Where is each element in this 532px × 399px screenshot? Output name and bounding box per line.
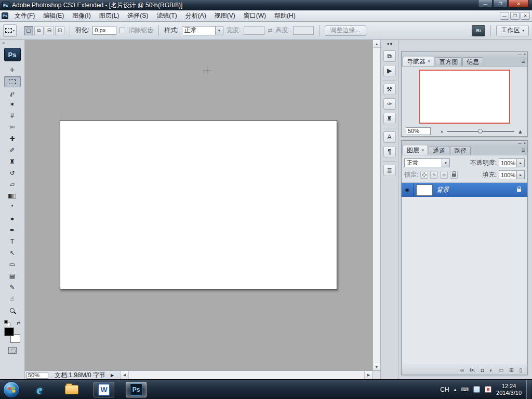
feather-input[interactable]: 0 px	[92, 26, 116, 35]
character-panel-icon[interactable]: A	[383, 131, 396, 143]
slider-thumb[interactable]	[478, 129, 483, 134]
tab-paths[interactable]: 路径	[450, 146, 471, 155]
taskbar-windows-explorer[interactable]	[61, 382, 82, 397]
layer-group-icon[interactable]: ▭	[499, 367, 503, 373]
height-input[interactable]	[293, 26, 314, 35]
document-icon[interactable]: Ps	[2, 12, 8, 19]
navigator-zoom-slider[interactable]	[447, 131, 514, 132]
dodge-tool[interactable]: ●	[4, 213, 21, 224]
zoom-level-field[interactable]: 50%	[26, 372, 48, 379]
add-to-selection-button[interactable]: ⧉	[34, 26, 44, 35]
vertical-scrollbar[interactable]: ▲ ▼	[373, 40, 380, 379]
doc-minimize-button[interactable]: —	[500, 12, 509, 20]
menu-window[interactable]: 窗口(W)	[240, 10, 270, 21]
link-layers-icon[interactable]: ∞	[460, 367, 464, 373]
menu-layer[interactable]: 图层(L)	[95, 10, 124, 21]
menu-image[interactable]: 图像(I)	[68, 10, 95, 21]
swap-dimensions-icon[interactable]: ⇄	[268, 27, 272, 34]
taskbar-word[interactable]: W	[94, 382, 114, 397]
move-tool[interactable]: ✛	[4, 64, 21, 76]
tab-close-icon[interactable]: ×	[428, 59, 430, 64]
hscroll-track[interactable]	[129, 371, 364, 379]
visibility-toggle[interactable]: ◉	[402, 183, 414, 197]
toolbox-collapse-chevron[interactable]: »	[0, 40, 24, 47]
ime-icon[interactable]	[473, 386, 480, 393]
taskbar-clock[interactable]: 12:24 2014/3/10	[496, 383, 522, 396]
default-colors-button[interactable]	[4, 320, 10, 326]
menu-filter[interactable]: 滤镜(T)	[152, 10, 181, 21]
restore-button[interactable]: ❐	[493, 0, 508, 8]
rectangular-marquee-tool[interactable]	[4, 76, 21, 87]
history-brush-tool[interactable]: ↺	[4, 167, 21, 179]
show-desktop-button[interactable]	[526, 380, 531, 399]
new-layer-icon[interactable]: ⊞	[509, 367, 513, 373]
minimize-button[interactable]: —	[478, 0, 493, 8]
menu-analysis[interactable]: 分析(A)	[181, 10, 210, 21]
lock-position-button[interactable]: ✛	[440, 171, 448, 179]
delete-layer-icon[interactable]: ▯	[519, 367, 522, 373]
dock-collapse-chevrons[interactable]: ◀◀	[381, 40, 398, 47]
lock-all-button[interactable]	[450, 171, 458, 179]
keyboard-icon[interactable]: ⌨	[461, 387, 469, 392]
menu-view[interactable]: 视图(V)	[210, 10, 240, 21]
new-selection-button[interactable]: ▢	[24, 26, 33, 35]
menu-file[interactable]: 文件(F)	[10, 10, 39, 21]
vscroll-track[interactable]	[373, 48, 380, 363]
pen-tool[interactable]: ✒	[4, 224, 21, 236]
close-button[interactable]: ✕	[508, 0, 529, 8]
doc-close-button[interactable]: ✕	[521, 12, 530, 20]
start-button[interactable]	[3, 381, 20, 398]
zoom-out-icon[interactable]: ▲	[440, 129, 444, 133]
blur-tool[interactable]: ❜	[4, 202, 21, 213]
path-selection-tool[interactable]: ↖	[4, 247, 21, 259]
adjustment-layer-icon[interactable]: ◐	[490, 367, 493, 373]
slice-tool[interactable]: ✄	[4, 122, 21, 133]
ime-mode-icon[interactable]	[485, 386, 491, 393]
lock-transparency-button[interactable]	[420, 171, 428, 179]
foreground-color-swatch[interactable]	[4, 327, 14, 336]
eraser-tool[interactable]: ▱	[4, 179, 21, 190]
tab-close-icon[interactable]: ×	[421, 148, 424, 153]
menu-help[interactable]: 帮助(H)	[270, 10, 300, 21]
workspace-button[interactable]: 工作区 ▾	[496, 25, 529, 36]
quick-mask-button[interactable]	[8, 347, 17, 354]
crop-tool[interactable]: #	[4, 110, 21, 122]
scroll-left-button[interactable]: ◀	[121, 371, 129, 379]
style-select[interactable]: 正常 ▾	[182, 26, 223, 35]
panel-menu-icon[interactable]: ≣	[521, 148, 525, 153]
spinner-icon[interactable]: ▸	[516, 171, 524, 179]
layer-thumbnail[interactable]	[416, 184, 433, 196]
status-menu-arrow[interactable]: ▶	[111, 373, 114, 378]
panel-menu-icon[interactable]: ≣	[521, 59, 525, 64]
taskbar-internet-explorer[interactable]: e	[29, 382, 50, 397]
chevron-down-icon[interactable]: ▾	[442, 159, 449, 167]
tab-navigator[interactable]: 导航器 ×	[403, 56, 434, 66]
layer-comps-icon[interactable]: ≣	[383, 165, 396, 176]
doc-restore-button[interactable]: ❐	[510, 12, 520, 20]
panels-icon[interactable]: ⧉	[383, 50, 396, 62]
notes-tool[interactable]: ▤	[4, 270, 21, 282]
layer-mask-icon[interactable]: ◘	[481, 367, 484, 373]
tool-preset-picker[interactable]: ▾	[3, 24, 17, 37]
menu-select[interactable]: 选择(S)	[123, 10, 152, 21]
shape-tool[interactable]: ▭	[4, 259, 21, 270]
spinner-icon[interactable]: ▸	[516, 159, 524, 167]
refine-edge-button[interactable]: 调整边缘...	[325, 25, 366, 36]
tool-presets-icon[interactable]: ⚒	[383, 84, 396, 95]
chevron-down-icon[interactable]: ▾	[215, 26, 223, 35]
magic-wand-tool[interactable]: ✶	[4, 99, 21, 110]
zoom-in-icon[interactable]: ▲	[517, 128, 523, 135]
panel-minimize-icon[interactable]: —	[518, 141, 522, 145]
width-input[interactable]	[244, 26, 264, 35]
layer-row-background[interactable]: ◉ 背景	[402, 183, 527, 197]
lock-image-button[interactable]: ✎	[430, 171, 438, 179]
gradient-tool[interactable]	[4, 190, 21, 202]
paragraph-panel-icon[interactable]: ¶	[383, 146, 396, 157]
tab-info[interactable]: 信息	[462, 57, 483, 66]
fill-field[interactable]: 100% ▸	[499, 170, 525, 179]
zoom-tool[interactable]	[4, 304, 21, 316]
scroll-down-button[interactable]: ▼	[373, 363, 380, 370]
swap-colors-button[interactable]: ⇄	[17, 321, 21, 326]
bridge-button[interactable]: Br	[472, 25, 485, 36]
horizontal-scrollbar[interactable]: ◀ ▶	[120, 371, 373, 379]
